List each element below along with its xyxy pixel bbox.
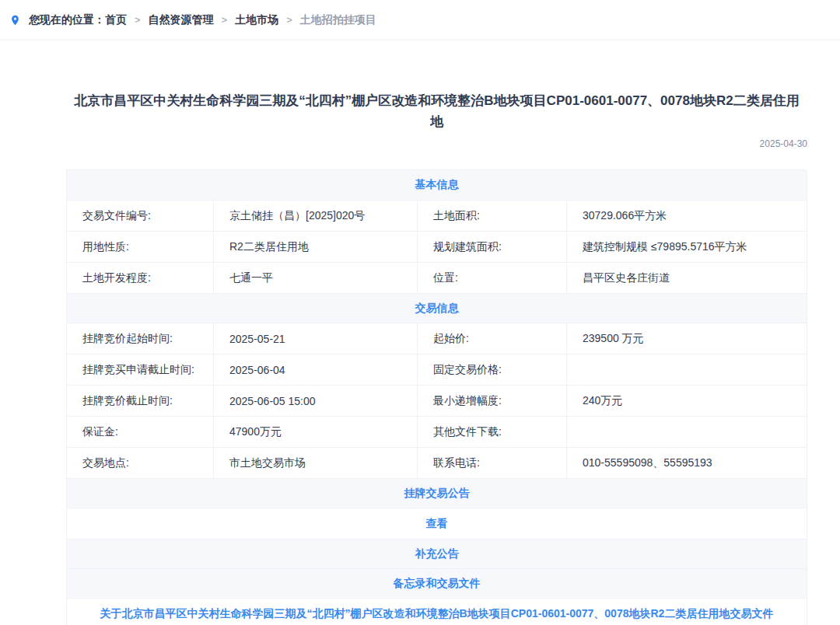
- location-pin-shape: [12, 15, 19, 25]
- field-value: 010-55595098、55595193: [566, 448, 807, 478]
- breadcrumb-item[interactable]: 首页: [105, 13, 127, 27]
- field-label: 土地面积:: [417, 201, 566, 231]
- article-container: 北京市昌平区中关村生命科学园三期及“北四村”棚户区改造和环境整治B地块项目CP0…: [66, 90, 807, 625]
- field-value: 昌平区史各庄街道: [566, 263, 807, 293]
- field-label: 挂牌竞买申请截止时间:: [67, 354, 213, 385]
- breadcrumb-item[interactable]: 自然资源管理: [149, 13, 214, 27]
- field-label: 交易地点:: [67, 448, 213, 478]
- field-label: 挂牌竞价截止时间:: [67, 386, 213, 416]
- breadcrumb-separator: >: [286, 14, 292, 26]
- field-value: 2025-06-05 15:00: [213, 386, 417, 416]
- table-section-header: 交易信息: [67, 293, 807, 323]
- field-value: [566, 417, 807, 447]
- info-table: 基本信息交易文件编号:京土储挂（昌）[2025]020号土地面积:30729.0…: [66, 169, 807, 625]
- field-value: 2025-06-04: [213, 354, 417, 385]
- table-row: 用地性质:R2二类居住用地规划建筑面积:建筑控制规模 ≤79895.5716平方…: [67, 231, 807, 262]
- field-label: 交易文件编号:: [67, 201, 213, 231]
- table-section-header: 基本信息: [67, 170, 807, 200]
- table-row: 保证金:47900万元其他文件下载:: [67, 416, 807, 447]
- table-row: 挂牌竞价截止时间:2025-06-05 15:00最小递增幅度:240万元: [67, 385, 807, 416]
- page-title: 北京市昌平区中关村生命科学园三期及“北四村”棚户区改造和环境整治B地块项目CP0…: [72, 90, 803, 132]
- field-label: 起始价:: [417, 323, 566, 354]
- field-label: 规划建筑面积:: [417, 232, 566, 262]
- field-value: R2二类居住用地: [213, 232, 417, 262]
- document-link[interactable]: 查看: [67, 508, 807, 539]
- field-label: 用地性质:: [67, 232, 213, 262]
- breadcrumb-items: 首页>自然资源管理>土地市场>土地招拍挂项目: [105, 13, 376, 27]
- table-row: 挂牌竞买申请截止时间:2025-06-04固定交易价格:: [67, 354, 807, 385]
- field-value: 47900万元: [213, 417, 417, 447]
- breadcrumb: 您现在的位置： 首页>自然资源管理>土地市场>土地招拍挂项目: [0, 0, 840, 40]
- document-link[interactable]: 关于北京市昌平区中关村生命科学园三期及“北四村”棚户区改造和环境整治B地块项目C…: [67, 598, 807, 625]
- field-label: 其他文件下载:: [417, 417, 566, 447]
- breadcrumb-item[interactable]: 土地市场: [235, 13, 278, 27]
- table-section-header: 备忘录和交易文件: [67, 568, 807, 598]
- field-value: 市土地交易市场: [213, 448, 417, 478]
- field-label: 固定交易价格:: [417, 354, 566, 385]
- field-value: 240万元: [566, 386, 807, 416]
- field-value: 七通一平: [213, 263, 417, 293]
- breadcrumb-prefix: 您现在的位置：: [29, 13, 105, 27]
- field-value: 建筑控制规模 ≤79895.5716平方米: [566, 232, 807, 262]
- table-row: 交易文件编号:京土储挂（昌）[2025]020号土地面积:30729.066平方…: [67, 200, 807, 231]
- breadcrumb-item: 土地招拍挂项目: [300, 13, 376, 27]
- field-label: 位置:: [417, 263, 566, 293]
- field-value: 2025-05-21: [213, 323, 417, 354]
- publish-date: 2025-04-30: [66, 138, 807, 149]
- table-row: 挂牌竞价起始时间:2025-05-21起始价:239500 万元: [67, 323, 807, 354]
- breadcrumb-separator: >: [135, 14, 141, 26]
- table-row: 土地开发程度:七通一平位置:昌平区史各庄街道: [67, 262, 807, 293]
- location-pin-icon: [9, 13, 21, 27]
- field-label: 保证金:: [67, 417, 213, 447]
- breadcrumb-separator: >: [222, 14, 228, 26]
- field-value: [566, 354, 807, 385]
- field-label: 挂牌竞价起始时间:: [67, 323, 213, 354]
- field-value: 京土储挂（昌）[2025]020号: [213, 201, 417, 231]
- table-section-header: 挂牌交易公告: [67, 478, 807, 508]
- field-label: 土地开发程度:: [67, 263, 213, 293]
- field-label: 联系电话:: [417, 448, 566, 478]
- table-row: 交易地点:市土地交易市场联系电话:010-55595098、55595193: [67, 447, 807, 478]
- field-value: 30729.066平方米: [566, 201, 807, 231]
- field-label: 最小递增幅度:: [417, 386, 566, 416]
- table-section-header: 补充公告: [67, 539, 807, 568]
- field-value: 239500 万元: [566, 323, 807, 354]
